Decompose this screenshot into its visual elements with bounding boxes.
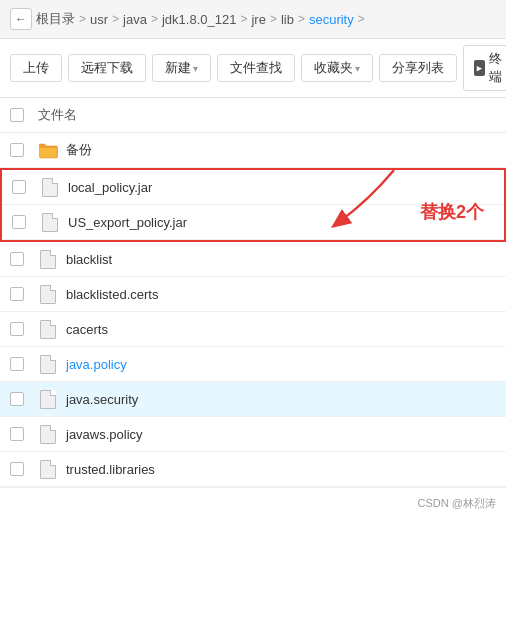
file-name-trusted-libraries: trusted.libraries <box>66 462 496 477</box>
watermark: CSDN @林烈涛 <box>0 487 506 519</box>
favorites-arrow: ▾ <box>355 63 360 74</box>
watermark-text: CSDN @林烈涛 <box>418 496 496 511</box>
file-icon-blacklisted-certs <box>38 284 58 304</box>
file-icon-javaws-policy <box>38 424 58 444</box>
file-row-blacklisted-certs[interactable]: blacklisted.certs <box>0 277 506 312</box>
new-button[interactable]: 新建 ▾ <box>152 54 211 82</box>
breadcrumb-bar: ← 根目录 > usr > java > jdk1.8.0_121 > jre … <box>0 0 506 39</box>
checkbox-blacklist[interactable] <box>10 252 24 266</box>
checkbox-befen[interactable] <box>10 143 24 157</box>
file-list-header: 文件名 <box>0 98 506 133</box>
file-icon-java-security <box>38 389 58 409</box>
file-icon-java-policy <box>38 354 58 374</box>
file-row-trusted-libraries[interactable]: trusted.libraries <box>0 452 506 487</box>
breadcrumb-sep-3: > <box>240 12 247 26</box>
red-box-highlighted-files: 替换2个 local_policy.jar <box>0 168 506 242</box>
column-header-name: 文件名 <box>38 106 496 124</box>
terminal-button[interactable]: ▶ 终端 <box>463 45 506 91</box>
file-name-blacklisted-certs: blacklisted.certs <box>66 287 496 302</box>
file-icon-cacerts <box>38 319 58 339</box>
file-name-java-policy: java.policy <box>66 357 496 372</box>
file-name-blacklist: blacklist <box>66 252 496 267</box>
checkbox-cacerts[interactable] <box>10 322 24 336</box>
breadcrumb-sep-5: > <box>298 12 305 26</box>
header-checkbox[interactable] <box>10 108 24 122</box>
file-name-cacerts: cacerts <box>66 322 496 337</box>
breadcrumb-usr[interactable]: usr <box>90 12 108 27</box>
file-row-javaws-policy[interactable]: javaws.policy <box>0 417 506 452</box>
file-icon-us-export <box>40 212 60 232</box>
checkbox-us-export[interactable] <box>12 215 26 229</box>
checkbox-javaws-policy[interactable] <box>10 427 24 441</box>
breadcrumb-lib[interactable]: lib <box>281 12 294 27</box>
checkbox-trusted-libraries[interactable] <box>10 462 24 476</box>
checkbox-blacklisted-certs[interactable] <box>10 287 24 301</box>
breadcrumb-jdk[interactable]: jdk1.8.0_121 <box>162 12 236 27</box>
back-button[interactable]: ← <box>10 8 32 30</box>
checkbox-local-policy[interactable] <box>12 180 26 194</box>
terminal-icon: ▶ <box>474 60 485 76</box>
file-row-us-export[interactable]: US_export_policy.jar <box>2 205 504 240</box>
file-row-blacklist[interactable]: blacklist <box>0 242 506 277</box>
file-row-cacerts[interactable]: cacerts <box>0 312 506 347</box>
breadcrumb-sep-2: > <box>151 12 158 26</box>
share-list-button[interactable]: 分享列表 <box>379 54 457 82</box>
toolbar: 上传 远程下载 新建 ▾ 文件查找 收藏夹 ▾ 分享列表 ▶ 终端 <box>0 39 506 98</box>
file-name-java-security: java.security <box>66 392 496 407</box>
breadcrumb-jre[interactable]: jre <box>251 12 265 27</box>
checkbox-java-security[interactable] <box>10 392 24 406</box>
file-list: 文件名 备份 替换2个 <box>0 98 506 487</box>
file-row-java-policy[interactable]: java.policy <box>0 347 506 382</box>
file-row-befen[interactable]: 备份 <box>0 133 506 168</box>
upload-button[interactable]: 上传 <box>10 54 62 82</box>
file-name-befen: 备份 <box>66 141 496 159</box>
folder-icon-befen <box>38 140 58 160</box>
favorites-button[interactable]: 收藏夹 ▾ <box>301 54 373 82</box>
file-name-us-export: US_export_policy.jar <box>68 215 494 230</box>
remote-download-button[interactable]: 远程下载 <box>68 54 146 82</box>
file-icon-trusted-libraries <box>38 459 58 479</box>
file-name-local-policy: local_policy.jar <box>68 180 494 195</box>
breadcrumb-java[interactable]: java <box>123 12 147 27</box>
checkbox-java-policy[interactable] <box>10 357 24 371</box>
file-icon-blacklist <box>38 249 58 269</box>
file-name-javaws-policy: javaws.policy <box>66 427 496 442</box>
breadcrumb-sep-6: > <box>358 12 365 26</box>
breadcrumb-security[interactable]: security <box>309 12 354 27</box>
breadcrumb-sep-0: > <box>79 12 86 26</box>
breadcrumb-sep-1: > <box>112 12 119 26</box>
new-arrow: ▾ <box>193 63 198 74</box>
file-search-button[interactable]: 文件查找 <box>217 54 295 82</box>
file-row-java-security[interactable]: java.security <box>0 382 506 417</box>
breadcrumb-root[interactable]: 根目录 <box>36 10 75 28</box>
file-icon-local-policy <box>40 177 60 197</box>
breadcrumb-sep-4: > <box>270 12 277 26</box>
file-row-local-policy[interactable]: local_policy.jar <box>2 170 504 205</box>
